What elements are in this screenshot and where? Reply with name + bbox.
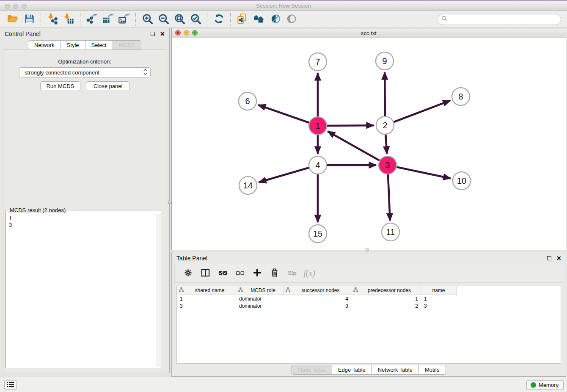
close-panel-button[interactable]: Close panel [86, 81, 130, 91]
table-cell-shared-name[interactable]: 1 [177, 295, 236, 302]
graph-node-4[interactable]: 4 [309, 156, 327, 174]
graph-edge-3-10[interactable] [388, 165, 451, 178]
copy-network-button[interactable] [235, 12, 249, 27]
graph-edge-3-1[interactable] [328, 131, 388, 165]
graph-node-11[interactable]: 11 [382, 223, 399, 241]
close-panel-icon[interactable]: × [160, 32, 165, 36]
result-scrollbar[interactable] [156, 214, 161, 367]
export-image-icon [118, 13, 130, 26]
float-panel-icon[interactable] [151, 32, 155, 36]
table-cell-successor-nodes[interactable]: 4 [284, 295, 351, 302]
style-preview-button[interactable] [269, 12, 282, 27]
import-table-button[interactable] [62, 12, 75, 27]
criterion-dropdown[interactable]: strongly connected component [19, 67, 151, 77]
table-tab-node-table[interactable]: Node Table [292, 365, 332, 375]
network-close-icon[interactable]: × [175, 30, 181, 36]
table-cell-name[interactable]: 3 [421, 303, 457, 309]
run-mcds-button[interactable]: Run MCDS [40, 81, 80, 91]
deselect-all-button[interactable] [233, 266, 247, 281]
mcds-result-list: 13 [7, 215, 155, 367]
split-pane-handle-horizontal[interactable] [366, 248, 369, 251]
refresh-layout-button[interactable] [212, 12, 226, 27]
column-header-shared-name[interactable]: shared name [177, 286, 236, 295]
split-panel-button[interactable] [198, 266, 212, 281]
float-table-panel-icon[interactable] [547, 256, 551, 260]
main-toolbar-icons [4, 12, 300, 27]
graph-node-14[interactable]: 14 [239, 177, 257, 194]
home-button[interactable] [251, 12, 266, 27]
export-network-button[interactable] [85, 12, 99, 27]
network-window-titlebar: × − + scc.txt [172, 28, 566, 38]
column-header-successor-nodes[interactable]: successor nodes [284, 286, 351, 295]
memory-button[interactable]: Memory [526, 380, 564, 390]
graph-node-6[interactable]: 6 [239, 92, 256, 110]
graph-node-7[interactable]: 7 [309, 53, 327, 71]
add-column-button[interactable] [250, 266, 264, 281]
graph-edge-1-6[interactable] [259, 105, 318, 126]
control-panel-title: Control Panel [5, 30, 41, 37]
mcds-result-node: 1 [7, 215, 155, 222]
column-header-name[interactable]: name [421, 286, 457, 295]
zoom-in-button[interactable] [140, 12, 154, 27]
graph-node-label: 7 [315, 57, 320, 66]
graph-node-15[interactable]: 15 [309, 225, 327, 243]
show-hide-eye-icon [286, 13, 297, 26]
table-row[interactable]: 1dominator411 [177, 295, 561, 302]
import-network-button[interactable] [46, 12, 59, 27]
session-title: Session: New Session [0, 3, 567, 9]
network-canvas[interactable]: 7968124314101511 [172, 38, 566, 250]
table-cell-name[interactable]: 1 [421, 295, 457, 302]
export-table-button[interactable] [101, 12, 115, 27]
table-tab-motifs[interactable]: Motifs [419, 365, 446, 375]
table-cell-shared-name[interactable]: 3 [177, 303, 236, 309]
graph-node-10[interactable]: 10 [453, 172, 471, 190]
network-maximize-icon[interactable]: + [192, 30, 198, 36]
graph-node-3[interactable]: 3 [379, 156, 396, 174]
criterion-dropdown-value: strongly connected component [25, 69, 143, 76]
close-table-panel-icon[interactable]: × [556, 256, 561, 260]
control-tab-select[interactable]: Select [85, 40, 113, 50]
graph-node-1[interactable]: 1 [309, 117, 327, 135]
table-cell-mcds-role[interactable]: dominator [236, 303, 284, 309]
deselect-all-icon [235, 268, 245, 279]
zoom-out-button[interactable] [157, 12, 170, 27]
select-all-button[interactable] [215, 266, 230, 281]
task-history-button[interactable] [4, 380, 17, 390]
graph-node-2[interactable]: 2 [376, 116, 394, 134]
search-field[interactable] [438, 14, 561, 25]
graph-node-label: 14 [243, 181, 253, 190]
export-image-button[interactable] [117, 12, 131, 27]
table-row[interactable]: 3dominator323 [177, 303, 561, 309]
split-pane-handle-vertical[interactable] [168, 201, 171, 204]
table-cell-predecessor-nodes[interactable]: 2 [351, 303, 421, 309]
column-header-mcds-role[interactable]: MCDS role [236, 286, 284, 295]
table-cell-mcds-role[interactable]: dominator [236, 295, 284, 302]
graph-node-9[interactable]: 9 [376, 52, 394, 70]
column-header-predecessor-nodes[interactable]: predecessor nodes [351, 286, 421, 295]
control-tab-network[interactable]: Network [28, 40, 61, 50]
function-builder-button: f(x) [302, 266, 317, 281]
mcds-result-box[interactable]: MCDS result (2 nodes) 13 [6, 207, 162, 368]
graph-edge-2-8[interactable] [385, 101, 450, 125]
search-input[interactable] [450, 16, 557, 23]
zoom-selected-button[interactable] [189, 12, 202, 27]
style-preview-icon [270, 13, 281, 26]
graph-node-8[interactable]: 8 [452, 88, 470, 105]
save-session-button[interactable] [22, 12, 36, 27]
hierarchy-icon [238, 287, 243, 294]
delete-column-button[interactable] [267, 266, 282, 281]
network-minimize-icon[interactable]: − [184, 30, 189, 36]
settings-gear-button[interactable] [181, 266, 195, 281]
column-label: shared name [185, 287, 234, 293]
control-tab-mcds[interactable]: MCDS [113, 40, 141, 50]
control-tab-style[interactable]: Style [61, 40, 85, 50]
import-table-icon [63, 13, 74, 26]
node-table-rows: 1dominator4113dominator323 [177, 295, 561, 309]
zoom-fit-button[interactable] [173, 12, 186, 27]
table-cell-predecessor-nodes[interactable]: 1 [351, 295, 421, 302]
table-tab-network-table[interactable]: Network Table [372, 365, 419, 375]
table-tab-edge-table[interactable]: Edge Table [332, 365, 372, 375]
split-panel-icon [201, 268, 210, 279]
open-session-button[interactable] [6, 12, 20, 27]
table-cell-successor-nodes[interactable]: 3 [284, 303, 351, 309]
